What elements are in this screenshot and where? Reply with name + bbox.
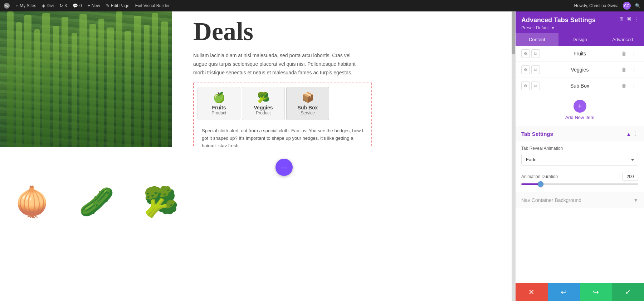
wp-logo[interactable]: W [4, 3, 10, 9]
hero-description: Nullam lacinia diam at nisl malesuada, s… [193, 51, 365, 77]
nav-container-chevron-icon: ▼ [633, 197, 638, 203]
scrollbar-thumb[interactable] [512, 11, 515, 54]
revisions-link[interactable]: ↻ 3 [59, 3, 67, 8]
panel-layout-icon[interactable]: ▣ [626, 16, 631, 23]
svg-rect-10 [79, 14, 87, 147]
settings-header-icons: ▲ ⋮ [626, 130, 638, 137]
svg-rect-6 [42, 13, 50, 147]
tab-row-veggies: ⚙ ⧉ Veggies 🗑 ⋮ [516, 62, 644, 78]
settings-more-icon[interactable]: ⋮ [633, 130, 638, 137]
undo-icon: ↩ [561, 288, 567, 296]
save-icon: ✓ [625, 288, 631, 296]
plus-icon: + [88, 3, 90, 8]
reveal-animation-select[interactable]: Fade Slide None [521, 154, 638, 166]
my-sites-link[interactable]: ⌂ My Sites [16, 3, 36, 8]
veggies-title: Veggies [254, 105, 273, 110]
divi-link[interactable]: ◈ Divi [42, 3, 54, 8]
undo-button[interactable]: ↩ [548, 283, 580, 301]
veggies-more-icon[interactable]: ⋮ [630, 65, 638, 74]
tab-subbox[interactable]: 📦 Sub Box Service [286, 87, 329, 120]
duration-label: Animation Duration [521, 174, 558, 179]
panel-more-icon[interactable]: ⋮ [634, 16, 640, 23]
svg-text:W: W [5, 4, 9, 8]
tab-row-subbox: ⚙ ⧉ Sub Box 🗑 ⋮ [516, 78, 644, 94]
subbox-title: Sub Box [298, 105, 318, 110]
broccoli-icon: 🥦 [143, 185, 179, 219]
panel-header-actions: ⊞ ▣ ⋮ [619, 16, 640, 23]
svg-rect-5 [34, 29, 40, 147]
svg-rect-2 [7, 11, 14, 147]
add-new-circle: + [574, 100, 586, 113]
svg-rect-16 [134, 16, 141, 147]
settings-body: Tab Reveal Animation Fade Slide None Ani… [516, 142, 644, 192]
edit-page-link[interactable]: ✎ Edit Page [106, 3, 130, 8]
veggies-delete-icon[interactable]: 🗑 [620, 65, 628, 74]
subbox-row-label: Sub Box [543, 83, 617, 89]
hero-image [0, 11, 172, 147]
panel-header: Advanced Tabs Settings Preset: Default ▼… [516, 11, 644, 33]
preset-arrow-icon: ▼ [551, 26, 555, 30]
asparagus-svg [0, 11, 172, 147]
panel-preset[interactable]: Preset: Default ▼ [521, 25, 638, 30]
svg-rect-3 [16, 22, 22, 147]
veggies-settings-icon[interactable]: ⚙ [521, 65, 530, 74]
tabs-nav: 🍏 Fruits Product 🥦 Veggies Product 📦 [197, 87, 368, 120]
fruits-row-actions: 🗑 ⋮ [620, 49, 638, 58]
tab-advanced[interactable]: Advanced [601, 33, 644, 46]
veggies-row-actions: 🗑 ⋮ [620, 65, 638, 74]
veggies-copy-icon[interactable]: ⧉ [531, 65, 540, 74]
floating-action-button[interactable]: ··· [275, 159, 293, 176]
svg-rect-11 [89, 24, 96, 147]
search-button[interactable]: 🔍 [635, 3, 640, 8]
tab-row-veggies-icons: ⚙ ⧉ [521, 65, 540, 74]
svg-rect-4 [24, 15, 31, 147]
comments-link[interactable]: 💬 0 [73, 3, 82, 8]
panel-body: ⚙ ⧉ Fruits 🗑 ⋮ ⚙ ⧉ Veggies 🗑 ⋮ [516, 46, 644, 283]
add-new-item-section[interactable]: + Add New Item [516, 94, 644, 126]
cancel-button[interactable]: ✕ [516, 283, 548, 301]
search-icon: 🔍 [635, 3, 640, 8]
subbox-settings-icon[interactable]: ⚙ [521, 82, 530, 90]
tab-design[interactable]: Design [558, 33, 601, 46]
revisions-icon: ↻ [59, 3, 63, 8]
svg-rect-17 [144, 25, 150, 147]
tab-veggies[interactable]: 🥦 Veggies Product [242, 87, 285, 120]
main-area: Deals Nullam lacinia diam at nisl malesu… [0, 11, 644, 301]
bottom-section: 🧅 🥒 ··· 🥦 [0, 147, 515, 219]
reveal-animation-label: Tab Reveal Animation [521, 146, 638, 151]
fruits-copy-icon[interactable]: ⧉ [531, 49, 540, 58]
page-canvas: Deals Nullam lacinia diam at nisl malesu… [0, 11, 515, 301]
bottom-action-bar: ✕ ↩ ↪ ✓ [516, 283, 644, 301]
user-greeting: Howdy, Christina Gwira [574, 3, 619, 8]
hero-text: Deals Nullam lacinia diam at nisl malesu… [172, 11, 515, 147]
svg-rect-13 [107, 28, 114, 147]
nav-container-header[interactable]: Nav Container Background ▼ [516, 192, 644, 208]
divi-icon: ◈ [42, 3, 45, 8]
subbox-delete-icon[interactable]: 🗑 [620, 82, 628, 90]
fruits-settings-icon[interactable]: ⚙ [521, 49, 530, 58]
canvas-scrollbar[interactable] [512, 11, 515, 301]
save-button[interactable]: ✓ [612, 283, 644, 301]
cancel-icon: ✕ [528, 288, 535, 296]
exit-builder-link[interactable]: Exit Visual Builder [135, 3, 170, 8]
panel-expand-icon[interactable]: ⊞ [619, 16, 624, 23]
fruits-row-label: Fruits [543, 51, 617, 56]
tab-fruits[interactable]: 🍏 Fruits Product [197, 87, 240, 120]
subbox-more-icon[interactable]: ⋮ [630, 82, 638, 90]
fruits-delete-icon[interactable]: 🗑 [620, 49, 628, 58]
svg-rect-7 [53, 26, 59, 147]
tab-content[interactable]: Content [516, 33, 558, 46]
slider-thumb[interactable] [538, 181, 543, 187]
avatar[interactable]: CG [623, 2, 631, 10]
subbox-copy-icon[interactable]: ⧉ [531, 82, 540, 90]
fruits-more-icon[interactable]: ⋮ [630, 49, 638, 58]
svg-rect-18 [152, 13, 158, 147]
chevron-up-icon: ▲ [626, 131, 631, 137]
zucchini-icon: 🥒 [79, 185, 114, 219]
duration-value[interactable]: 200 [622, 173, 638, 181]
new-link[interactable]: + New [88, 3, 100, 8]
redo-button[interactable]: ↪ [580, 283, 612, 301]
slider-track [521, 183, 638, 185]
tab-settings-header[interactable]: Tab Settings ▲ ⋮ [516, 126, 644, 142]
sites-icon: ⌂ [16, 3, 18, 8]
